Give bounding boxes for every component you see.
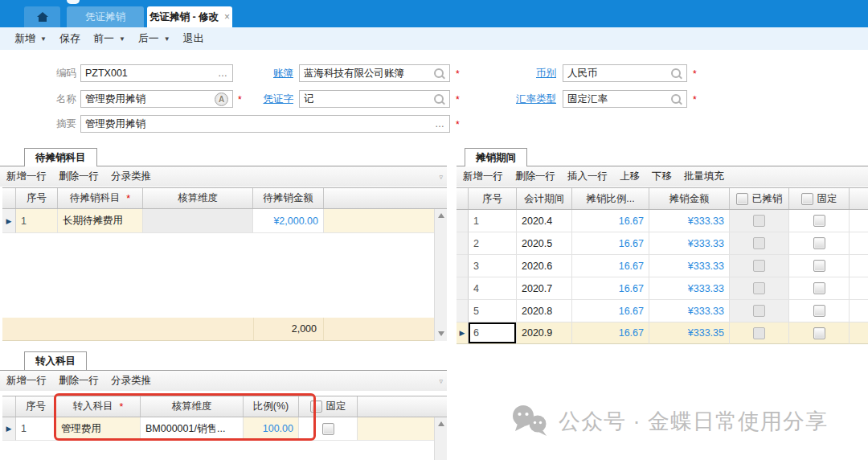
save-button[interactable]: 保存 — [59, 31, 80, 46]
amount-cell[interactable]: ¥333.33 — [649, 232, 730, 255]
chevron-down-icon[interactable]: ▼ — [119, 35, 125, 43]
seq-cell[interactable]: 4 — [469, 277, 517, 300]
fixed-checkbox[interactable] — [813, 260, 825, 272]
amount-cell[interactable]: ¥333.33 — [649, 210, 730, 232]
dimension-column-header[interactable]: 核算维度 — [143, 188, 253, 208]
pending-panel-tab[interactable]: 待摊销科目 — [24, 148, 97, 166]
amount-cell[interactable]: ¥333.33 — [649, 277, 730, 300]
amount-column-header[interactable]: 摊销金额 — [649, 188, 730, 209]
voucher-word-link[interactable]: 凭证字 — [261, 90, 293, 108]
search-icon[interactable] — [671, 68, 681, 78]
grid-split-icon[interactable]: ▿ — [439, 173, 443, 181]
add-row-button[interactable]: 新增一行 — [463, 170, 503, 183]
period-cell[interactable]: 2020.5 — [517, 232, 572, 255]
scroll-up-icon[interactable] — [438, 213, 444, 218]
ellipsis-button[interactable]: … — [218, 69, 228, 77]
fixed-checkbox[interactable] — [322, 423, 334, 435]
ratio-cell[interactable]: 16.67 — [572, 255, 649, 277]
next-button[interactable]: 后一 ▼ — [138, 31, 170, 46]
name-field[interactable]: 管理费用摊销 A — [80, 90, 233, 108]
subject-cell[interactable]: 长期待摊费用 — [58, 209, 143, 233]
batch-fill-button[interactable]: 批量填充 — [684, 170, 724, 183]
add-row-button[interactable]: 新增一行 — [6, 374, 47, 388]
dimension-cell[interactable]: BM000001/销售... — [141, 417, 244, 441]
fixed-header-checkbox[interactable] — [310, 400, 322, 413]
delete-row-button[interactable]: 删除一行 — [59, 170, 99, 183]
amortized-header-checkbox[interactable] — [736, 193, 748, 205]
seq-cell[interactable]: 5 — [469, 300, 517, 322]
fixed-checkbox[interactable] — [813, 305, 825, 317]
transfer-panel-tab[interactable]: 转入科目 — [24, 351, 87, 370]
delete-row-button[interactable]: 删除一行 — [59, 374, 99, 388]
entry-analogy-button[interactable]: 分录类推 — [111, 374, 151, 388]
voucher-word-field[interactable]: 记 — [299, 90, 450, 108]
ratio-cell[interactable]: 16.67 — [572, 322, 649, 344]
summary-field[interactable]: 管理费用摊销 … — [80, 115, 450, 133]
fixed-checkbox[interactable] — [813, 215, 825, 227]
currency-field[interactable]: 人民币 — [563, 64, 687, 82]
search-icon[interactable] — [434, 94, 444, 104]
currency-link[interactable]: 币别 — [506, 64, 556, 82]
fixed-column-header[interactable]: 固定 — [789, 188, 850, 209]
seq-cell[interactable]: 1 — [16, 209, 58, 233]
grid-split-icon[interactable]: ▿ — [439, 377, 443, 385]
seq-column-header[interactable]: 序号 — [469, 188, 517, 209]
book-field[interactable]: 蓝海科技有限公司账簿 — [299, 64, 450, 82]
period-cell[interactable]: 2020.9 — [517, 322, 572, 344]
scroll-down-icon[interactable] — [438, 331, 444, 336]
amount-cell[interactable]: ¥333.33 — [649, 255, 730, 277]
seq-column-header[interactable]: 序号 — [16, 188, 58, 208]
period-panel-tab[interactable]: 摊销期间 — [465, 148, 527, 166]
fixed-checkbox[interactable] — [813, 282, 825, 294]
multilanguage-icon[interactable]: A — [215, 92, 228, 106]
amount-column-header[interactable]: 待摊销金额 — [253, 188, 324, 208]
seq-cell[interactable]: 2 — [469, 232, 517, 255]
amount-cell[interactable]: ¥333.33 — [649, 300, 730, 322]
chevron-down-icon[interactable]: ▼ — [164, 35, 170, 43]
search-icon[interactable] — [434, 68, 444, 78]
pending-grid-scrollbar[interactable] — [434, 209, 447, 341]
fixed-header-checkbox[interactable] — [801, 193, 813, 205]
scroll-up-icon[interactable] — [438, 421, 444, 426]
previous-button[interactable]: 前一 ▼ — [93, 31, 125, 46]
subject-cell[interactable]: 管理费用 — [56, 417, 141, 441]
dimension-cell[interactable] — [143, 209, 253, 233]
ratio-cell[interactable]: 16.67 — [572, 277, 649, 300]
seq-cell[interactable]: 1 — [16, 417, 56, 441]
tab-home[interactable] — [24, 6, 60, 27]
period-cell[interactable]: 2020.4 — [517, 210, 572, 232]
period-column-header[interactable]: 会计期间 — [517, 188, 572, 209]
chevron-down-icon[interactable]: ▼ — [40, 35, 47, 43]
add-row-button[interactable]: 新增一行 — [6, 170, 47, 183]
insert-row-button[interactable]: 插入一行 — [567, 170, 608, 183]
new-button[interactable]: 新增 ▼ — [14, 31, 47, 46]
ratio-cell[interactable]: 16.67 — [572, 232, 649, 255]
amount-cell[interactable]: ¥2,000.00 — [253, 209, 324, 233]
seq-cell-selected[interactable]: 6 — [469, 322, 517, 344]
delete-row-button[interactable]: 删除一行 — [515, 170, 555, 183]
amortized-column-header[interactable]: 已摊销 — [730, 188, 789, 209]
seq-cell[interactable]: 3 — [469, 255, 517, 277]
ratio-column-header[interactable]: 摊销比例... — [572, 188, 649, 209]
move-down-button[interactable]: 下移 — [652, 170, 672, 183]
period-cell[interactable]: 2020.8 — [517, 300, 572, 322]
period-cell[interactable]: 2020.7 — [517, 277, 572, 300]
fixed-checkbox[interactable] — [813, 237, 825, 249]
entry-analogy-button[interactable]: 分录类推 — [111, 170, 151, 183]
move-up-button[interactable]: 上移 — [620, 170, 640, 183]
ratio-cell[interactable]: 16.67 — [572, 210, 649, 232]
subject-column-header[interactable]: 待摊销科目* — [58, 188, 143, 208]
fixed-checkbox[interactable] — [813, 327, 825, 339]
ellipsis-button[interactable]: … — [435, 120, 445, 128]
exit-button[interactable]: 退出 — [183, 31, 204, 46]
rate-type-link[interactable]: 汇率类型 — [514, 90, 556, 108]
transfer-grid-scrollbar[interactable] — [434, 417, 447, 460]
seq-cell[interactable]: 1 — [469, 210, 517, 232]
ratio-cell[interactable]: 16.67 — [572, 300, 649, 322]
tab-voucher-amortization-list[interactable]: 凭证摊销 — [67, 6, 144, 27]
close-icon[interactable]: × — [224, 11, 230, 23]
amount-cell[interactable]: ¥333.35 — [649, 322, 730, 344]
subject-column-header[interactable]: 转入科目* — [56, 396, 141, 417]
ratio-column-header[interactable]: 比例(%) — [244, 396, 299, 417]
seq-column-header[interactable]: 序号 — [16, 396, 56, 417]
